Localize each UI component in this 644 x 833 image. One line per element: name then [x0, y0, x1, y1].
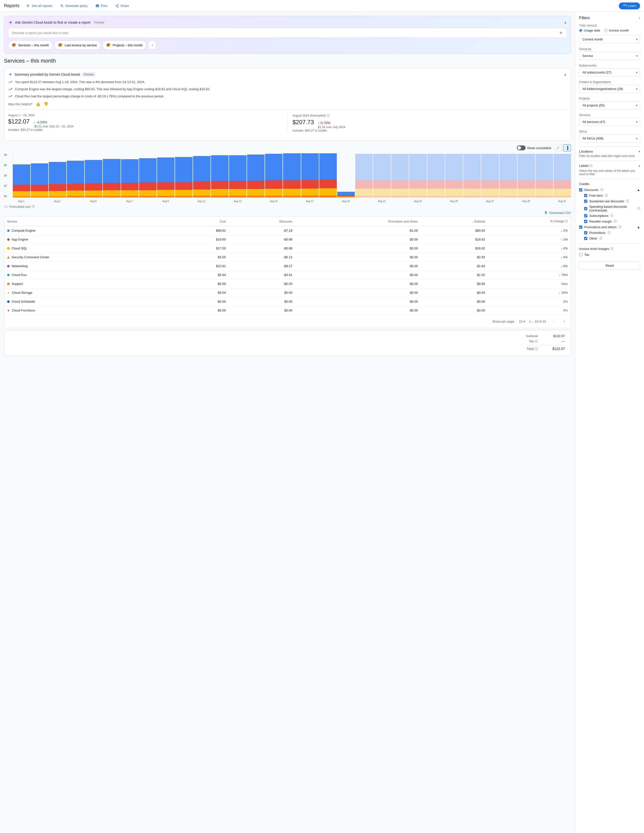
promotions-others-input[interactable]	[579, 225, 582, 229]
quick-report-projects[interactable]: Projects – this month	[103, 41, 146, 50]
table-row: Networking $10.91 -$9.27 $0.00 $1.64 ↓ 6…	[4, 262, 571, 270]
rows-per-page-select[interactable]: 10 ▾	[519, 320, 525, 323]
next-page-button[interactable]: ›	[561, 318, 568, 325]
sustained-use-help[interactable]: ⓘ	[626, 199, 629, 203]
chart-bar-group	[193, 153, 211, 198]
chart-bar-group	[391, 153, 409, 198]
thumbs-up-button[interactable]: 👍	[35, 102, 40, 106]
gemini-collapse-button[interactable]: ▲	[564, 21, 567, 24]
discounts-checkbox[interactable]: Discounts ⓘ ▲	[579, 188, 640, 192]
download-csv-button[interactable]: Download CSV	[544, 211, 571, 215]
td-subtotal: $0.00	[421, 306, 488, 315]
see-all-reports-button[interactable]: See all reports	[23, 2, 55, 10]
td-promotions: $0.00	[295, 306, 421, 315]
chart-x-labels: Aug 1Aug 3Aug 5Aug 7Aug 9Aug 11Aug 13Aug…	[13, 200, 571, 203]
reset-button[interactable]: Reset	[579, 262, 640, 270]
spending-based-input[interactable]	[584, 207, 587, 210]
td-cost: $10.91	[174, 262, 229, 270]
forecasted-legend-help[interactable]: ⓘ	[32, 204, 35, 209]
th-subtotal[interactable]: ↓ Subtotal	[421, 217, 488, 226]
sustained-use-checkbox[interactable]: Sustained use discounts ⓘ	[584, 199, 640, 203]
usage-date-option[interactable]: Usage date	[579, 29, 601, 32]
folders-orgs-select[interactable]: All folders/organizations (28)	[579, 85, 640, 93]
td-service: Cloud Run	[4, 270, 174, 280]
promotions-others-checkbox[interactable]: Promotions and others ⓘ ▲	[579, 225, 640, 229]
spending-based-checkbox[interactable]: Spending based discounts (contractual) ⓘ	[584, 205, 640, 212]
labels-help-icon[interactable]: ⓘ	[589, 164, 592, 167]
usage-date-radio[interactable]	[579, 29, 582, 32]
spending-based-help[interactable]: ⓘ	[637, 206, 640, 211]
other-input[interactable]	[584, 237, 587, 240]
bar-chart-button[interactable]: ▐	[563, 145, 571, 151]
promotions-others-collapse[interactable]: ▲	[637, 225, 640, 229]
projects-select[interactable]: All projects (55)	[579, 101, 640, 109]
summary-collapse-button[interactable]: ▲	[564, 73, 567, 76]
sustained-use-input[interactable]	[584, 199, 587, 203]
other-help[interactable]: ⓘ	[599, 236, 602, 241]
reseller-margin-checkbox[interactable]: Reseller margin ⓘ	[584, 219, 640, 224]
forecast-help-icon[interactable]: ⓘ	[327, 114, 330, 117]
learn-button[interactable]: Learn	[619, 2, 640, 10]
quick-report-services[interactable]: Services – this month	[8, 41, 53, 50]
summary-points: You spent $122.07 between Aug 1-19, 2024…	[8, 80, 567, 99]
forecasted-sub: includes -$43.27 in credits	[293, 129, 567, 132]
total-help-icon[interactable]: ⓘ	[535, 347, 538, 351]
other-checkbox[interactable]: Other ⓘ	[584, 236, 640, 241]
current-month-wrapper: Current month	[579, 35, 640, 43]
promotions-help[interactable]: ⓘ	[607, 231, 610, 235]
subscriptions-help[interactable]: ⓘ	[610, 214, 613, 218]
prev-page-button[interactable]: ‹	[550, 318, 557, 325]
quick-report-last-invoice[interactable]: Last invoice by service	[55, 41, 101, 50]
share-button[interactable]: Share	[112, 2, 132, 10]
change-help-icon[interactable]: ⓘ	[565, 220, 568, 223]
skus-select[interactable]: All SKUs (408)	[579, 134, 640, 142]
tax-input[interactable]	[579, 253, 582, 256]
chart-bar-group	[427, 153, 445, 198]
td-cost: $0.00	[174, 297, 229, 306]
reseller-margin-input[interactable]	[584, 220, 587, 223]
discounts-collapse[interactable]: ▲	[637, 188, 640, 192]
td-change: 0%	[488, 306, 571, 315]
subaccounts-select[interactable]: All subaccounts (27)	[579, 68, 640, 76]
promotions-checkbox[interactable]: Promotions ⓘ	[584, 231, 640, 235]
thumbs-down-button[interactable]: 👎	[43, 102, 48, 106]
free-tiers-checkbox[interactable]: Free tiers ⓘ	[584, 193, 640, 198]
service-icon	[7, 274, 10, 276]
invoice-month-option[interactable]: Invoice month	[604, 29, 629, 32]
table-row: ★Cloud Functions $0.00 $0.00 $0.00 $0.00…	[4, 306, 571, 315]
td-change: ↓ 6%	[488, 253, 571, 262]
print-button[interactable]: Print	[92, 2, 110, 10]
scroll-right-button[interactable]: ›	[148, 41, 156, 50]
show-cumulative-toggle[interactable]: Show cumulative	[517, 145, 551, 150]
invoice-charges-help[interactable]: ⓘ	[610, 247, 613, 251]
generate-query-button[interactable]: Generate query	[57, 2, 90, 10]
tax-help-icon[interactable]: ⓘ	[535, 339, 538, 343]
subtotal-label: Subtotal	[526, 334, 538, 338]
subscriptions-checkbox[interactable]: Subscriptions ⓘ	[584, 214, 640, 218]
free-tiers-input[interactable]	[584, 194, 587, 197]
filters-expand-button[interactable]: ›	[639, 16, 640, 20]
line-chart-button[interactable]: ⁄	[554, 145, 562, 151]
current-month-select[interactable]: Current month	[579, 35, 640, 43]
filters-panel: Filters › Time range Usage date Invoice …	[575, 12, 644, 833]
chart-bar-group	[373, 153, 391, 198]
subscriptions-input[interactable]	[584, 214, 587, 217]
group-by-select[interactable]: Service	[579, 52, 640, 60]
services-select[interactable]: All services (47)	[579, 118, 640, 126]
gemini-input-container[interactable]: Describe a report you would like to view	[8, 28, 567, 38]
promotions-input[interactable]	[584, 231, 587, 234]
free-tiers-help[interactable]: ⓘ	[605, 193, 608, 198]
tax-checkbox[interactable]: Tax	[579, 253, 640, 257]
svg-rect-0	[27, 5, 29, 5]
labels-collapse-button[interactable]: ▾	[639, 164, 640, 168]
invoice-month-radio[interactable]	[604, 29, 607, 32]
promotions-others-help[interactable]: ⓘ	[618, 225, 621, 229]
subaccounts-label: Subaccounts	[579, 64, 640, 67]
td-subtotal: $2.93	[421, 253, 488, 262]
invoice-level-charges: Invoice level charges ⓘ Tax	[579, 247, 640, 257]
reseller-margin-help[interactable]: ⓘ	[614, 219, 617, 224]
locations-collapse-button[interactable]: ▾	[639, 150, 640, 153]
discounts-input[interactable]	[579, 188, 582, 191]
discounts-help[interactable]: ⓘ	[601, 188, 603, 192]
chart-x-label: Aug 13	[229, 200, 246, 203]
